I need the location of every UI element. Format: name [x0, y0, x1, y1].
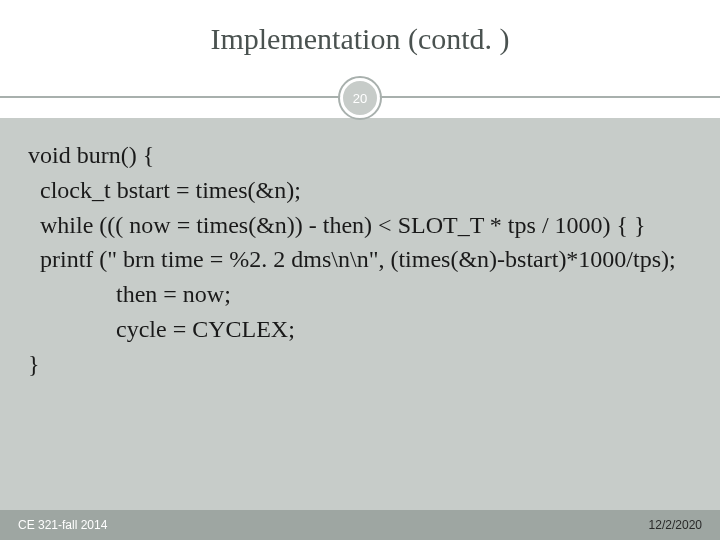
code-line: void burn() {: [28, 138, 692, 173]
code-line: printf (" brn time = %2. 2 dms\n\n", (ti…: [28, 242, 692, 277]
code-line: while ((( now = times(&n)) - then) < SLO…: [28, 208, 692, 243]
footer-date: 12/2/2020: [649, 518, 702, 532]
code-line: then = now;: [28, 277, 692, 312]
page-number-badge: 20: [340, 78, 380, 118]
code-line: clock_t bstart = times(&n);: [28, 173, 692, 208]
code-block: void burn() { clock_t bstart = times(&n)…: [0, 118, 720, 382]
code-line: cycle = CYCLEX;: [28, 312, 692, 347]
slide: Implementation (contd. ) 20 void burn() …: [0, 0, 720, 540]
slide-footer: CE 321-fall 2014 12/2/2020: [0, 510, 720, 540]
code-line: }: [28, 347, 692, 382]
slide-title: Implementation (contd. ): [0, 0, 720, 56]
footer-left-text: CE 321-fall 2014: [18, 518, 107, 532]
slide-header: Implementation (contd. ) 20: [0, 0, 720, 118]
page-number: 20: [353, 91, 367, 106]
